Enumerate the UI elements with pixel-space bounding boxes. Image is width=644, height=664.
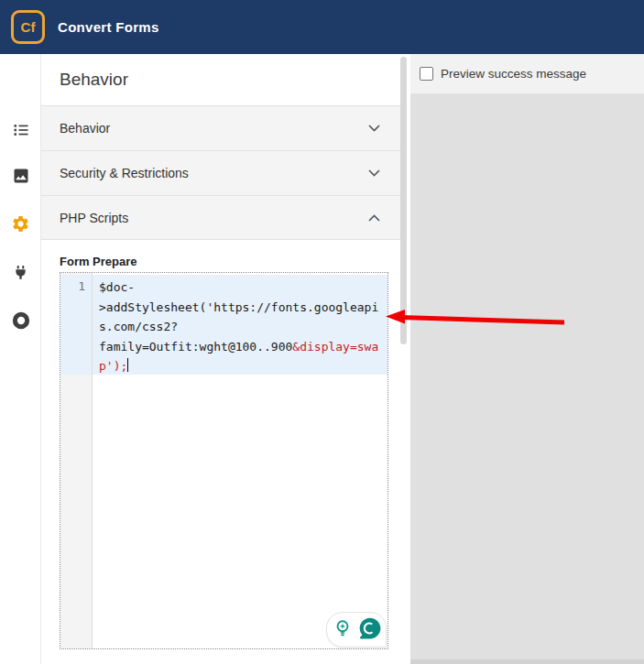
preview-panel: Preview success message: [410, 54, 644, 664]
sidebar-item-design[interactable]: [0, 160, 41, 191]
accordion-section-security[interactable]: Security & Restrictions: [41, 150, 400, 195]
code-line[interactable]: s.com/css2?: [99, 317, 386, 337]
code-token: >addStylesheet('https://fonts.googleapi: [99, 300, 378, 314]
code-token: $doc-: [99, 280, 135, 294]
app-title: Convert Forms: [58, 19, 159, 35]
logo-text: Cf: [21, 19, 36, 35]
code-line[interactable]: $doc-: [99, 278, 386, 298]
line-number: 1: [60, 279, 85, 293]
accordion-label: Security & Restrictions: [60, 166, 189, 180]
preview-success-label: Preview success message: [441, 67, 586, 81]
form-prepare-label: Form Prepare: [60, 255, 137, 268]
assistant-widget: [326, 612, 387, 648]
accordion-label: Behavior: [60, 121, 110, 136]
code-line[interactable]: >addStylesheet('https://fonts.googleapi: [99, 298, 386, 318]
accordion-label: PHP Scripts: [60, 211, 128, 225]
sidebar-item-integrations[interactable]: [0, 256, 41, 288]
code-token: s.com/css2?: [99, 320, 178, 333]
donut-icon: [12, 311, 30, 330]
panel-bottom-strip: [410, 659, 644, 664]
code-token-error: p');: [99, 359, 127, 373]
convert-forms-logo: Cf: [11, 10, 45, 44]
editor-gutter-border: [92, 273, 93, 648]
text-cursor: [127, 358, 128, 372]
code-token-error: &display=swa: [292, 340, 378, 354]
gear-icon: [11, 214, 30, 234]
preview-toolbar: Preview success message: [410, 54, 644, 94]
code-line[interactable]: p');: [99, 356, 386, 376]
php-code-editor[interactable]: 1 $doc->addStylesheet('https://fonts.goo…: [60, 272, 388, 649]
page-title: Behavior: [60, 70, 128, 90]
app-header: Cf Convert Forms: [0, 0, 644, 54]
chat-button[interactable]: [358, 617, 383, 642]
chevron-down-icon: [368, 169, 380, 177]
list-icon: [12, 121, 30, 139]
code-line[interactable]: family=Outfit:wght@100..900&display=swa: [99, 337, 386, 357]
plug-icon: [12, 264, 29, 281]
preview-success-checkbox[interactable]: [420, 67, 433, 81]
code-lines[interactable]: $doc->addStylesheet('https://fonts.googl…: [99, 278, 386, 376]
behavior-panel: Behavior Behavior Security & Restriction…: [41, 54, 400, 664]
sidebar-item-settings[interactable]: [0, 208, 41, 239]
lightbulb-icon: [333, 618, 353, 642]
code-token: family=Outfit:wght@100..900: [99, 340, 292, 354]
accordion-section-behavior[interactable]: Behavior: [41, 105, 400, 150]
accordion: Behavior Security & Restrictions PHP Scr…: [41, 105, 400, 240]
idea-button[interactable]: [331, 617, 355, 642]
sidebar-icon-rail: [0, 54, 41, 664]
chevron-down-icon: [368, 125, 380, 132]
chevron-up-icon: [368, 214, 380, 222]
accordion-section-php-scripts[interactable]: PHP Scripts: [41, 195, 400, 240]
vertical-scrollbar-thumb[interactable]: [400, 57, 407, 344]
sidebar-item-addons[interactable]: [0, 305, 41, 336]
chat-bubble-icon: [358, 616, 382, 644]
image-icon: [12, 167, 30, 185]
sidebar-item-fields[interactable]: [0, 114, 41, 146]
